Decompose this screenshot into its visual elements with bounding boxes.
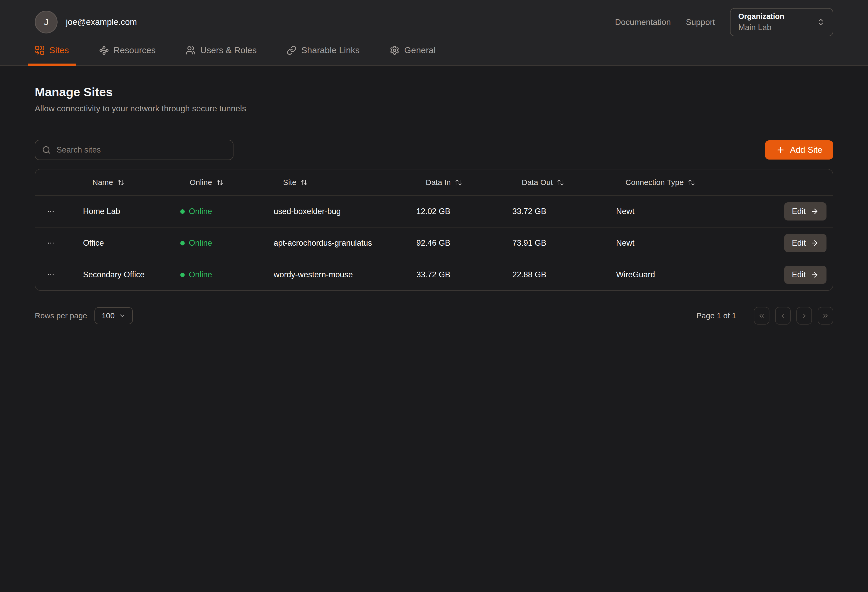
chevron-down-icon [119, 312, 125, 319]
add-site-button[interactable]: Add Site [765, 140, 833, 159]
rows-per-page-select[interactable]: 100 [94, 307, 133, 324]
table-row: Office Online apt-acrochordus-granulatus… [35, 227, 833, 258]
edit-button[interactable]: Edit [784, 234, 827, 252]
tab-general[interactable]: General [383, 39, 442, 66]
online-status-label: Online [189, 238, 212, 248]
edit-button[interactable]: Edit [784, 202, 827, 220]
site-name-cell: Office [82, 238, 179, 248]
user-info: J joe@example.com [35, 10, 137, 34]
data-out-cell: 33.72 GB [511, 207, 615, 216]
header-nav: Documentation Support Organization Main … [615, 8, 833, 36]
rows-per-page-control: Rows per page 100 [35, 307, 133, 324]
site-id-cell: apt-acrochordus-granulatus [273, 238, 415, 248]
tab-label: Resources [114, 45, 156, 55]
sort-icon [455, 179, 462, 186]
avatar-initial: J [44, 17, 49, 27]
tab-users-roles[interactable]: Users & Roles [179, 39, 263, 66]
organization-value: Main Lab [738, 23, 784, 32]
column-label: Online [190, 178, 212, 187]
column-label: Site [283, 178, 297, 187]
add-site-label: Add Site [790, 145, 822, 155]
arrow-right-icon [810, 239, 819, 247]
tab-label: Users & Roles [200, 45, 257, 55]
page-subtitle: Allow connectivity to your network throu… [35, 104, 833, 114]
column-header-online[interactable]: Online [179, 178, 273, 187]
column-header-site[interactable]: Site [273, 178, 415, 187]
edit-button-label: Edit [792, 270, 806, 279]
column-header-name[interactable]: Name [82, 178, 179, 187]
column-label: Data Out [522, 178, 553, 187]
tab-resources[interactable]: Resources [92, 39, 162, 66]
organization-selector[interactable]: Organization Main Lab [730, 8, 833, 36]
site-name-cell: Home Lab [82, 207, 179, 216]
arrow-right-icon [810, 270, 819, 279]
search-icon [42, 146, 51, 154]
tab-bar: Sites Resources Users & Roles Sharable L… [0, 39, 868, 65]
row-menu-button[interactable] [35, 239, 82, 247]
header-top-row: J joe@example.com Documentation Support … [0, 0, 868, 39]
data-in-cell: 33.72 GB [415, 270, 511, 279]
chevrons-up-down-icon [816, 18, 825, 26]
user-avatar[interactable]: J [35, 10, 58, 34]
column-header-data-out[interactable]: Data Out [511, 178, 615, 187]
column-label: Data In [426, 178, 451, 187]
tab-label: Sharable Links [301, 45, 360, 55]
connection-type-cell: WireGuard [615, 270, 768, 279]
table-row: Home Lab Online used-boxelder-bug 12.02 … [35, 195, 833, 227]
plus-icon [776, 145, 785, 155]
page-status: Page 1 of 1 [697, 311, 736, 320]
last-page-button[interactable] [818, 307, 833, 325]
tab-label: Sites [49, 45, 69, 55]
tab-sites[interactable]: Sites [28, 39, 76, 66]
tab-sharable-links[interactable]: Sharable Links [280, 39, 366, 66]
online-status-cell: Online [179, 270, 273, 279]
nav-documentation-link[interactable]: Documentation [615, 18, 671, 27]
column-label: Connection Type [626, 178, 684, 187]
combine-icon [35, 46, 44, 55]
connection-type-cell: Newt [615, 238, 768, 248]
chevrons-right-icon [822, 312, 829, 319]
connection-type-cell: Newt [615, 207, 768, 216]
online-dot [180, 241, 185, 245]
edit-cell: Edit [784, 266, 827, 284]
edit-cell: Edit [784, 234, 827, 252]
table-header-row: Name Online Site Data In Data Out Connec… [35, 170, 833, 195]
ellipsis-icon [47, 271, 82, 279]
next-page-button[interactable] [796, 307, 812, 325]
edit-button[interactable]: Edit [784, 266, 827, 284]
toolbar: Add Site [35, 140, 833, 160]
rows-per-page-label: Rows per page [35, 311, 87, 320]
main-content: Manage Sites Allow connectivity to your … [0, 85, 868, 325]
column-header-data-in[interactable]: Data In [415, 178, 511, 187]
row-menu-button[interactable] [35, 208, 82, 215]
nav-support-link[interactable]: Support [686, 18, 715, 27]
tab-label: General [404, 45, 435, 55]
site-name-cell: Secondary Office [82, 270, 179, 279]
column-header-connection-type[interactable]: Connection Type [615, 178, 768, 187]
pager-buttons [754, 307, 833, 325]
sort-icon [557, 179, 564, 186]
ellipsis-icon [47, 239, 82, 247]
sort-icon [688, 179, 695, 186]
site-id-cell: wordy-western-mouse [273, 270, 415, 279]
data-out-cell: 73.91 GB [511, 238, 615, 248]
waypoints-icon [99, 46, 109, 55]
table-row: Secondary Office Online wordy-western-mo… [35, 258, 833, 290]
first-page-button[interactable] [754, 307, 769, 325]
chevron-left-icon [779, 312, 787, 319]
data-in-cell: 92.46 GB [415, 238, 511, 248]
rows-per-page-value: 100 [102, 311, 115, 320]
chevron-right-icon [800, 312, 808, 319]
edit-cell: Edit [784, 202, 827, 220]
column-label: Name [92, 178, 113, 187]
data-in-cell: 12.02 GB [415, 207, 511, 216]
arrow-right-icon [810, 207, 819, 216]
previous-page-button[interactable] [775, 307, 791, 325]
search-input[interactable] [56, 145, 226, 155]
row-menu-button[interactable] [35, 271, 82, 279]
online-dot [180, 210, 185, 214]
online-dot [180, 273, 185, 277]
chevrons-left-icon [758, 312, 765, 319]
page-title: Manage Sites [35, 85, 833, 99]
users-icon [186, 46, 196, 55]
